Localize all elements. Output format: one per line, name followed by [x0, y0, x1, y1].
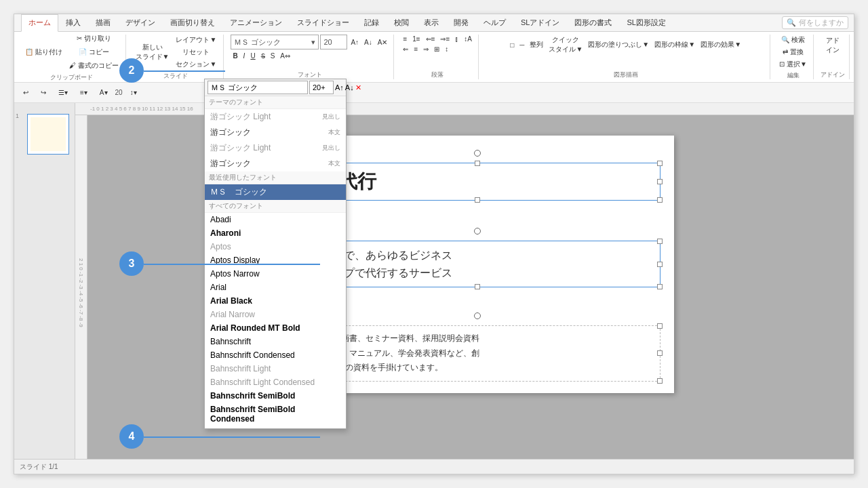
font-item-arial[interactable]: Arial [205, 281, 346, 294]
slide-canvas-area[interactable]: 作成代行 [87, 115, 854, 468]
indent-btn[interactable]: ⇒≡ [438, 35, 452, 43]
increase-font-btn[interactable]: A↑ [349, 38, 361, 47]
font-search-input[interactable] [208, 81, 308, 94]
handle-bm-2[interactable] [475, 284, 480, 289]
shape-line-btn[interactable]: ─ [517, 35, 526, 55]
section-btn[interactable]: セクション▼ [173, 58, 219, 70]
line-height-btn[interactable]: ↕▾ [125, 87, 142, 98]
font-size-box[interactable]: 20 [320, 35, 347, 49]
select-btn[interactable]: ⊡ 選択▼ [777, 59, 809, 70]
tab-animations[interactable]: アニメーション [222, 14, 290, 31]
char-spacing-btn[interactable]: A⇔ [278, 52, 292, 60]
slide-panel[interactable]: 1 [14, 103, 75, 468]
font-item-aptos[interactable]: Aptos [205, 240, 346, 253]
handle-rm-2[interactable] [657, 262, 663, 267]
handle-rm-3[interactable] [657, 350, 663, 356]
text-block-body[interactable]: 書、事業計画書、セミナー資料、採用説明会資料 トペーパー、マニュアル、学会発表資… [294, 325, 660, 382]
handle-br-2[interactable] [657, 284, 663, 289]
align-right-btn[interactable]: ⇒ [421, 45, 431, 54]
handle-tr-1[interactable] [657, 161, 663, 166]
tab-view[interactable]: 表示 [416, 14, 446, 31]
font-item-bahnschrift-condensed[interactable]: Bahnschrift Condensed [205, 348, 346, 362]
undo-btn[interactable]: ↩ [18, 87, 33, 98]
replace-btn[interactable]: ⇄ 置換 [777, 47, 809, 58]
handle-rm-1[interactable] [657, 179, 663, 184]
font-item-bahnschrift-semibold-condensed[interactable]: Bahnschrift SemiBold Condensed [205, 403, 346, 426]
quick-style-btn[interactable]: クイックスタイル▼ [547, 35, 585, 55]
bullet-list-btn[interactable]: ≡▾ [75, 87, 92, 98]
layout-btn[interactable]: レイアウト▼ [173, 34, 219, 46]
italic-btn[interactable]: I [241, 52, 248, 60]
tab-slideshow[interactable]: スライドショー [290, 14, 357, 31]
align-left-btn[interactable]: ⇐ [401, 45, 410, 54]
redo-btn[interactable]: ↪ [36, 87, 51, 98]
font-dropdown-list[interactable]: テーマのフォント 游ゴシック Light 見出し 游ゴシック 本文 游ゴシック … [205, 96, 346, 428]
font-color-btn[interactable]: A▾ [95, 87, 113, 98]
tab-sl-addon[interactable]: SLアドイン [513, 14, 567, 31]
font-item-bahnschrift-light-condensed[interactable]: Bahnschrift Light Condensed [205, 375, 346, 389]
underline-btn[interactable]: U [248, 52, 257, 60]
font-item-yugothic-light-2[interactable]: 游ゴシック Light 見出し [205, 140, 346, 156]
tab-shape-format[interactable]: 図形の書式 [567, 14, 619, 31]
font-item-yugothic-1[interactable]: 游ゴシック 本文 [205, 125, 346, 140]
bullets-btn[interactable]: ≡ [401, 35, 409, 43]
align-center-btn[interactable]: ≡ [412, 45, 420, 54]
strikethrough-btn[interactable]: S̶ [259, 52, 267, 60]
shape-effect-btn[interactable]: 図形の効果▼ [698, 35, 743, 55]
paste-btn[interactable]: 📋 貼り付け [22, 33, 65, 72]
reset-btn[interactable]: リセット [173, 46, 219, 58]
cut-btn[interactable]: ✂ 切り取り [66, 33, 121, 45]
shape-rect-btn[interactable]: □ [508, 35, 516, 55]
clear-format-btn[interactable]: A✕ [376, 38, 390, 47]
font-size-input[interactable] [309, 81, 334, 94]
font-increase-btn[interactable]: A↑ [335, 83, 344, 92]
outdent-btn[interactable]: ⇐≡ [424, 35, 437, 43]
font-item-bahnschrift[interactable]: Bahnschrift [205, 335, 346, 348]
font-item-yugothic-2[interactable]: 游ゴシック 本文 [205, 156, 346, 171]
numbering-btn[interactable]: 1≡ [410, 35, 422, 43]
addin-btn[interactable]: アドイン [823, 35, 842, 56]
tab-dev[interactable]: 開発 [446, 14, 476, 31]
handle-br-3[interactable] [657, 378, 663, 384]
handle-br-1[interactable] [657, 197, 663, 203]
font-item-aharoni[interactable]: Aharoni [205, 226, 346, 240]
tab-insert[interactable]: 挿入 [58, 14, 88, 31]
tab-draw[interactable]: 描画 [88, 14, 118, 31]
tab-design[interactable]: デザイン [118, 14, 163, 31]
justify-btn[interactable]: ⊞ [432, 45, 441, 54]
font-item-msgothic[interactable]: ＭＳ ゴシック [205, 184, 346, 200]
text-block-title[interactable]: 作成代行 [294, 163, 660, 201]
decrease-font-btn[interactable]: A↓ [362, 38, 374, 47]
tab-sl-shape[interactable]: SL図形設定 [619, 14, 673, 31]
font-item-bahnschrift-semibold[interactable]: Bahnschrift SemiBold [205, 389, 346, 403]
slide-thumb-1[interactable] [27, 114, 69, 155]
shape-fill-btn[interactable]: 図形の塗りつぶし▼ [586, 35, 651, 55]
handle-tm-1[interactable] [475, 161, 480, 166]
handle-tr-3[interactable] [657, 323, 663, 329]
font-item-yugothic-light-1[interactable]: 游ゴシック Light 見出し [205, 109, 346, 125]
tab-transitions[interactable]: 画面切り替え [163, 14, 222, 31]
handle-bm-1[interactable] [475, 197, 480, 203]
tab-review[interactable]: 校閲 [387, 14, 416, 31]
font-dropdown[interactable]: A↑ A↓ ✕ テーマのフォント 游ゴシック Light 見出し 游ゴシック 本… [204, 79, 347, 429]
text-block-subtitle[interactable]: ザインまで、あらゆるビジネス ンストップで代行するサービス [294, 241, 660, 287]
bold-btn[interactable]: B [231, 52, 239, 60]
find-btn[interactable]: 🔍 検索 [777, 35, 809, 45]
font-item-arial-black[interactable]: Arial Black [205, 294, 346, 308]
font-item-bahnschrift-light[interactable]: Bahnschrift Light [205, 362, 346, 375]
font-name-dropdown-arrow[interactable]: ▾ [311, 38, 315, 47]
font-item-aptos-display[interactable]: Aptos Display [205, 253, 346, 267]
font-item-bahnschrift-semibold-semiconden[interactable]: Bahnschrift SemiBold SemiConden [205, 426, 346, 428]
copy-btn[interactable]: 📄 コピー [66, 46, 121, 58]
font-decrease-btn[interactable]: A↓ [345, 83, 354, 92]
font-item-abadi[interactable]: Abadi [205, 213, 346, 226]
font-name-box[interactable]: ＭＳ ゴシック ▾ [231, 35, 319, 49]
font-item-aptos-narrow[interactable]: Aptos Narrow [205, 267, 346, 281]
rotate-handle-1[interactable] [474, 150, 481, 157]
shadow-btn[interactable]: S [269, 52, 277, 60]
rotate-handle-3[interactable] [474, 312, 481, 319]
font-clear-btn[interactable]: ✕ [355, 83, 361, 92]
font-item-arial-rounded-mt-bold[interactable]: Arial Rounded MT Bold [205, 321, 346, 335]
search-box[interactable]: 🔍 何をしますか [782, 16, 848, 29]
tab-record[interactable]: 記録 [357, 14, 387, 31]
